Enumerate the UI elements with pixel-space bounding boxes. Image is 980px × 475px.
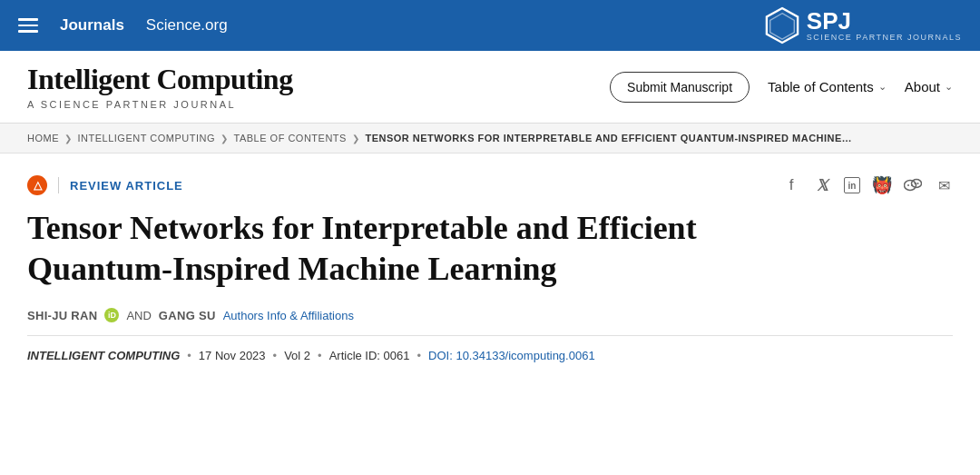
- open-access-icon: △: [27, 175, 47, 195]
- article-label-left: △ REVIEW ARTICLE: [27, 175, 183, 195]
- meta-article-id: Article ID: 0061: [329, 349, 410, 362]
- meta-sep-2: •: [273, 349, 278, 362]
- social-icons-row: f 𝕏 in 👹 ✉: [782, 176, 953, 194]
- email-icon[interactable]: ✉: [935, 176, 953, 194]
- reddit-icon[interactable]: 👹: [873, 176, 891, 194]
- breadcrumb-current: TENSOR NETWORKS FOR INTERPRETABLE AND EF…: [365, 133, 851, 143]
- spj-acronym: SPJ: [807, 9, 851, 33]
- linkedin-icon[interactable]: in: [844, 177, 860, 193]
- meta-doi-link[interactable]: DOI: 10.34133/icomputing.0061: [428, 349, 595, 362]
- spj-text: SPJ SCIENCE PARTNER JOURNALS: [807, 9, 962, 42]
- breadcrumb-sep-1: ❯: [64, 134, 73, 143]
- table-of-contents-link[interactable]: Table of Contents ⌄: [768, 79, 887, 94]
- facebook-icon[interactable]: f: [782, 176, 800, 194]
- meta-sep-4: •: [417, 349, 422, 362]
- science-link[interactable]: Science.org: [146, 16, 228, 35]
- about-link[interactable]: About ⌄: [905, 79, 953, 94]
- breadcrumb-home[interactable]: HOME: [27, 133, 59, 143]
- meta-sep-1: •: [187, 349, 191, 362]
- meta-journal: INTELLIGENT COMPUTING: [27, 349, 180, 362]
- svg-point-7: [917, 183, 919, 184]
- top-navigation: Journals Science.org SPJ SCIENCE PARTNER…: [0, 0, 980, 51]
- svg-point-3: [907, 184, 909, 186]
- wechat-icon[interactable]: [904, 176, 922, 194]
- breadcrumb-toc[interactable]: TABLE OF CONTENTS: [233, 133, 346, 143]
- journal-navigation: Submit Manuscript Table of Contents ⌄ Ab…: [610, 72, 953, 103]
- journal-title[interactable]: Intelligent Computing: [27, 64, 293, 95]
- authors-info-link[interactable]: Authors Info & Affiliations: [223, 309, 354, 322]
- svg-marker-1: [769, 14, 794, 40]
- svg-point-6: [915, 183, 916, 184]
- meta-vol: Vol 2: [284, 349, 310, 362]
- twitter-icon[interactable]: 𝕏: [813, 176, 831, 194]
- svg-point-2: [905, 181, 916, 191]
- author-1-name: SHI-JU RAN: [27, 309, 97, 322]
- journals-link[interactable]: Journals: [60, 16, 124, 35]
- journal-header: Intelligent Computing A SCIENCE PARTNER …: [0, 51, 980, 124]
- article-meta: INTELLIGENT COMPUTING • 17 Nov 2023 • Vo…: [27, 335, 953, 362]
- breadcrumb-journal[interactable]: INTELLIGENT COMPUTING: [78, 133, 215, 143]
- spj-hex-icon: [765, 6, 799, 45]
- article-area: △ REVIEW ARTICLE f 𝕏 in 👹 ✉: [0, 153, 980, 381]
- breadcrumb: HOME ❯ INTELLIGENT COMPUTING ❯ TABLE OF …: [27, 133, 953, 143]
- meta-sep-3: •: [318, 349, 322, 362]
- article-type-label: REVIEW ARTICLE: [70, 179, 183, 193]
- submit-manuscript-button[interactable]: Submit Manuscript: [610, 72, 750, 103]
- author-separator: AND: [126, 309, 151, 322]
- article-label-row: △ REVIEW ARTICLE f 𝕏 in 👹 ✉: [27, 175, 953, 195]
- meta-date: 17 Nov 2023: [199, 349, 266, 362]
- breadcrumb-sep-2: ❯: [220, 134, 229, 143]
- author-2-name: GANG SU: [159, 309, 216, 322]
- breadcrumb-bar: HOME ❯ INTELLIGENT COMPUTING ❯ TABLE OF …: [0, 124, 980, 153]
- hamburger-menu[interactable]: [18, 18, 38, 33]
- orcid-badge[interactable]: iD: [104, 308, 119, 322]
- breadcrumb-sep-3: ❯: [352, 134, 360, 143]
- spj-logo: SPJ SCIENCE PARTNER JOURNALS: [765, 6, 962, 45]
- about-chevron-icon: ⌄: [945, 81, 953, 93]
- toc-chevron-icon: ⌄: [878, 81, 887, 93]
- article-title: Tensor Networks for Interpretable and Ef…: [27, 208, 771, 290]
- journal-subtitle: A SCIENCE PARTNER JOURNAL: [27, 99, 293, 110]
- spj-full-name: SCIENCE PARTNER JOURNALS: [807, 33, 962, 42]
- label-divider: [58, 177, 59, 193]
- journal-brand: Intelligent Computing A SCIENCE PARTNER …: [27, 64, 293, 109]
- authors-row: SHI-JU RAN iD AND GANG SU Authors Info &…: [27, 308, 953, 322]
